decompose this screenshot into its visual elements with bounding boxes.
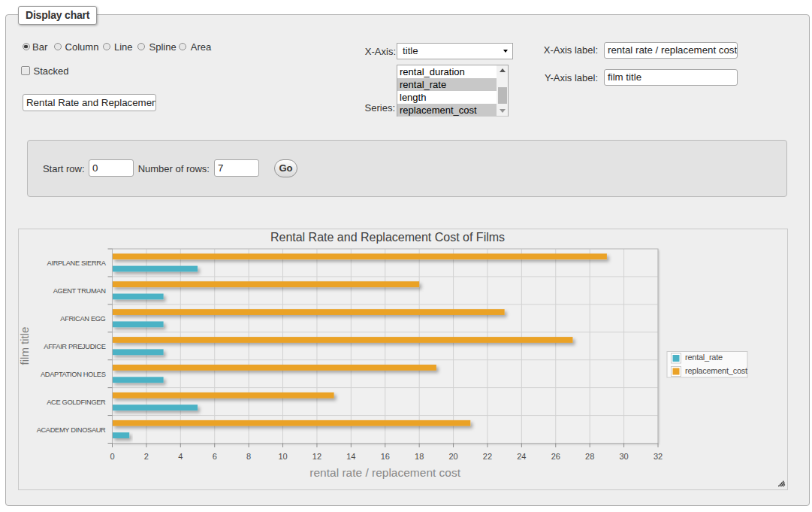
svg-text:4: 4 xyxy=(178,452,183,461)
svg-text:16: 16 xyxy=(381,452,390,461)
svg-text:8: 8 xyxy=(246,452,251,461)
svg-text:20: 20 xyxy=(448,452,457,461)
svg-text:28: 28 xyxy=(585,452,594,461)
svg-text:24: 24 xyxy=(517,452,526,461)
svg-text:10: 10 xyxy=(278,452,287,461)
svg-text:26: 26 xyxy=(551,452,560,461)
svg-text:22: 22 xyxy=(483,452,492,461)
svg-text:ACADEMY DINOSAUR: ACADEMY DINOSAUR xyxy=(37,426,106,434)
svg-text:AFFAIR PREJUDICE: AFFAIR PREJUDICE xyxy=(44,343,105,350)
svg-text:ADAPTATION HOLES: ADAPTATION HOLES xyxy=(41,371,106,378)
svg-text:ACE GOLDFINGER: ACE GOLDFINGER xyxy=(47,398,106,406)
svg-text:AIRPLANE SIERRA: AIRPLANE SIERRA xyxy=(47,259,107,267)
svg-text:6: 6 xyxy=(213,452,217,461)
svg-text:18: 18 xyxy=(415,452,424,461)
svg-text:rental_rate: rental_rate xyxy=(685,353,723,362)
svg-text:0: 0 xyxy=(110,452,114,461)
svg-text:AFRICAN EGG: AFRICAN EGG xyxy=(60,315,105,323)
svg-text:2: 2 xyxy=(144,452,149,461)
svg-text:30: 30 xyxy=(619,452,628,461)
svg-text:14: 14 xyxy=(346,452,355,461)
svg-text:12: 12 xyxy=(312,452,321,461)
svg-text:rental rate / replacement cost: rental rate / replacement cost xyxy=(309,466,460,479)
svg-text:replacement_cost: replacement_cost xyxy=(685,366,747,375)
svg-text:32: 32 xyxy=(654,452,663,461)
svg-text:film title: film title xyxy=(18,327,31,365)
svg-text:Rental Rate and Replacement Co: Rental Rate and Replacement Cost of Film… xyxy=(270,231,505,244)
svg-text:AGENT TRUMAN: AGENT TRUMAN xyxy=(53,287,106,295)
